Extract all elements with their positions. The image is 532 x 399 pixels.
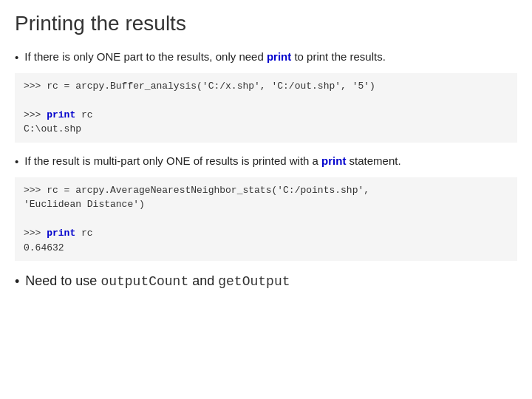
bullet3-code2: getOutput <box>218 274 290 289</box>
bullet-dot-1: • <box>15 50 18 66</box>
bullet-text-2: If the result is multi-part only ONE of … <box>24 153 400 169</box>
bullet-item-2: • If the result is multi-part only ONE o… <box>15 153 517 170</box>
bullet-text-1: If there is only ONE part to the results… <box>24 49 386 65</box>
bullet-item-3: • Need to use outputCount and getOutput <box>15 271 517 291</box>
bullet-item-1: • If there is only ONE part to the resul… <box>15 49 517 66</box>
code2-keyword: print <box>47 228 75 239</box>
bullet3-code1: outputCount <box>100 274 188 289</box>
bullet1-highlight: print <box>267 50 291 63</box>
bullet3-before: Need to use <box>25 273 100 288</box>
bullet2-highlight: print <box>321 154 346 167</box>
page-title: Printing the results <box>15 12 517 35</box>
bullet2-text-after: statement. <box>346 154 400 167</box>
code1-keyword: print <box>47 109 75 120</box>
bullet2-text-before: If the result is multi-part only ONE of … <box>24 154 321 167</box>
code-block-1: >>> rc = arcpy.Buffer_analysis('C:/x.shp… <box>15 73 517 143</box>
bullet3-middle: and <box>188 273 218 288</box>
bullet1-text-before: If there is only ONE part to the results… <box>24 50 267 63</box>
code-block-2: >>> rc = arcpy.AverageNearestNeighbor_st… <box>15 177 517 262</box>
bullet-dot-3: • <box>15 272 19 291</box>
bullet-dot-2: • <box>15 154 18 170</box>
bullet-text-3: Need to use outputCount and getOutput <box>25 271 290 291</box>
bullet1-text-after: to print the results. <box>291 50 386 63</box>
